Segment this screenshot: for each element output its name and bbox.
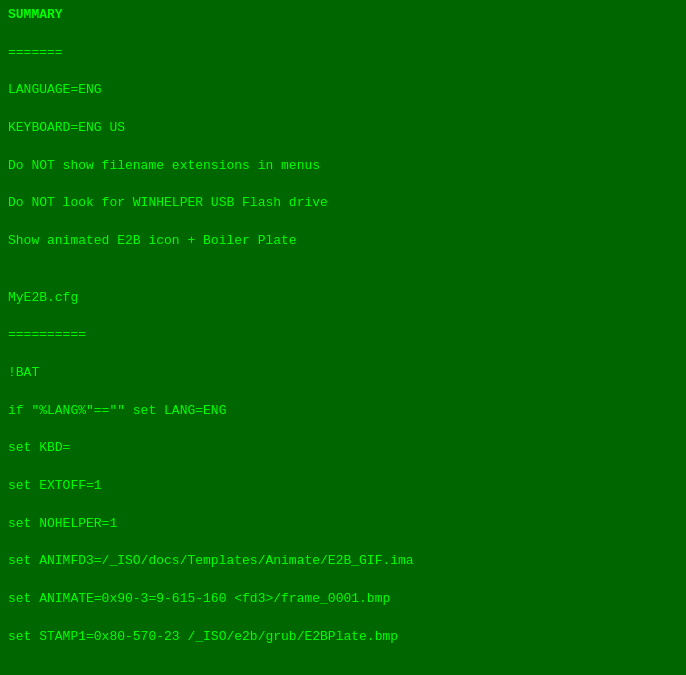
terminal-line-1: =======: [8, 44, 678, 63]
terminal-line-16: set ANIMATE=0x90-3=9-615-160 <fd3>/frame…: [8, 590, 678, 609]
terminal-line-4: Do NOT show filename extensions in menus: [8, 157, 678, 176]
terminal-line-2: LANGUAGE=ENG: [8, 81, 678, 100]
terminal-line-0: SUMMARY: [8, 6, 678, 25]
terminal-line-10: !BAT: [8, 364, 678, 383]
terminal-line-15: set ANIMFD3=/_ISO/docs/Templates/Animate…: [8, 552, 678, 571]
terminal-line-17: set STAMP1=0x80-570-23 /_ISO/e2b/grub/E2…: [8, 628, 678, 647]
terminal-line-9: ==========: [8, 326, 678, 345]
terminal-line-13: set EXTOFF=1: [8, 477, 678, 496]
terminal-line-8: MyE2B.cfg: [8, 289, 678, 308]
terminal-line-14: set NOHELPER=1: [8, 515, 678, 534]
terminal-window: SUMMARY ======= LANGUAGE=ENG KEYBOARD=EN…: [0, 0, 686, 675]
terminal-line-5: Do NOT look for WINHELPER USB Flash driv…: [8, 194, 678, 213]
terminal-line-3: KEYBOARD=ENG US: [8, 119, 678, 138]
terminal-line-6: Show animated E2B icon + Boiler Plate: [8, 232, 678, 251]
terminal-line-12: set KBD=: [8, 439, 678, 458]
terminal-line-11: if "%LANG%"=="" set LANG=ENG: [8, 402, 678, 421]
